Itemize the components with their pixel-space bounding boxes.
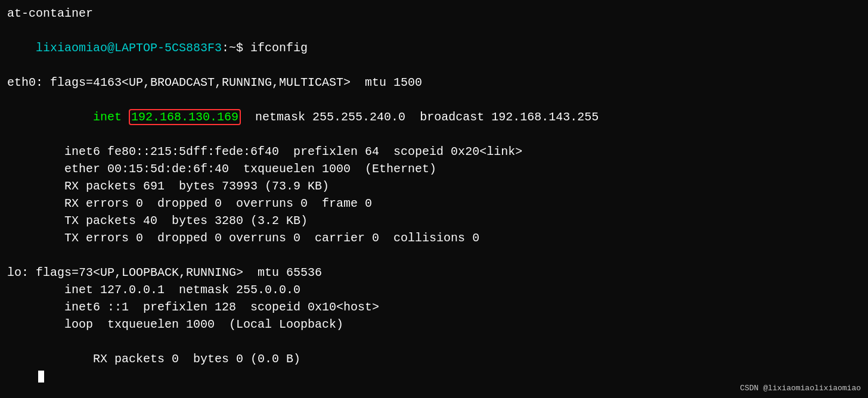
eth0-rx-errors-line: RX errors 0 dropped 0 overruns 0 frame 0: [7, 195, 861, 212]
eth0-tx-packets-line: TX packets 40 bytes 3280 (3.2 KB): [7, 212, 861, 229]
inet-ip-highlighted: 192.168.130.169: [129, 109, 241, 125]
prompt-cmd-1: ifconfig: [250, 41, 308, 55]
terminal-window: at-container lixiaomiao@LAPTOP-5CS883F3:…: [0, 0, 868, 398]
lo-rx-packets-line: RX packets 0 bytes 0 (0.0 B): [7, 333, 861, 398]
lo-inet-line: inet 127.0.0.1 netmask 255.0.0.0: [7, 281, 861, 298]
eth0-tx-errors-line: TX errors 0 dropped 0 overruns 0 carrier…: [7, 229, 861, 247]
lo-flags-line: lo: flags=73<UP,LOOPBACK,RUNNING> mtu 65…: [7, 264, 861, 281]
inet-prefix: inet: [36, 110, 129, 124]
watermark: CSDN @lixiaomiaolixiaomiao: [740, 383, 861, 394]
eth0-inet6-line: inet6 fe80::215:5dff:fede:6f40 prefixlen…: [7, 143, 861, 160]
cursor: [38, 371, 44, 383]
eth0-inet-line: inet 192.168.130.169 netmask 255.255.240…: [7, 91, 861, 143]
prompt-symbol-1: :~$: [222, 41, 250, 55]
blank-line: [7, 247, 861, 264]
prompt-line-1: lixiaomiao@LAPTOP-5CS883F3:~$ ifconfig: [7, 22, 861, 74]
at-container-line: at-container: [7, 5, 861, 22]
eth0-flags-line: eth0: flags=4163<UP,BROADCAST,RUNNING,MU…: [7, 74, 861, 91]
inet-suffix: netmask 255.255.240.0 broadcast 192.168.…: [241, 110, 599, 124]
eth0-ether-line: ether 00:15:5d:de:6f:40 txqueuelen 1000 …: [7, 160, 861, 178]
prompt-user-1: lixiaomiao@LAPTOP-5CS883F3: [36, 41, 222, 55]
lo-rx-packets-text: RX packets 0 bytes 0 (0.0 B): [36, 352, 300, 366]
eth0-rx-packets-line: RX packets 691 bytes 73993 (73.9 KB): [7, 178, 861, 195]
lo-loop-line: loop txqueuelen 1000 (Local Loopback): [7, 316, 861, 333]
lo-inet6-line: inet6 ::1 prefixlen 128 scopeid 0x10<hos…: [7, 298, 861, 316]
